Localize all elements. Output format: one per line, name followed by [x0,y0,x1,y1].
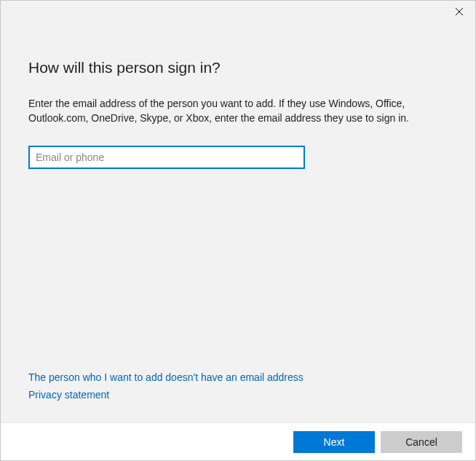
spacer [28,169,448,371]
next-button[interactable]: Next [293,431,375,453]
links-section: The person who I want to add doesn't hav… [1,371,475,406]
close-button[interactable] [443,1,475,23]
email-input[interactable] [28,146,305,169]
close-icon [456,8,463,15]
dialog-description: Enter the email address of the person yo… [28,97,436,125]
dialog-content: How will this person sign in? Enter the … [1,24,475,371]
dialog-heading: How will this person sign in? [28,59,448,76]
dialog-window: How will this person sign in? Enter the … [0,0,476,461]
no-email-link[interactable]: The person who I want to add doesn't hav… [28,371,304,383]
titlebar [1,1,475,24]
dialog-footer: Next Cancel [1,422,475,460]
cancel-button[interactable]: Cancel [381,431,462,453]
privacy-link[interactable]: Privacy statement [28,389,109,401]
